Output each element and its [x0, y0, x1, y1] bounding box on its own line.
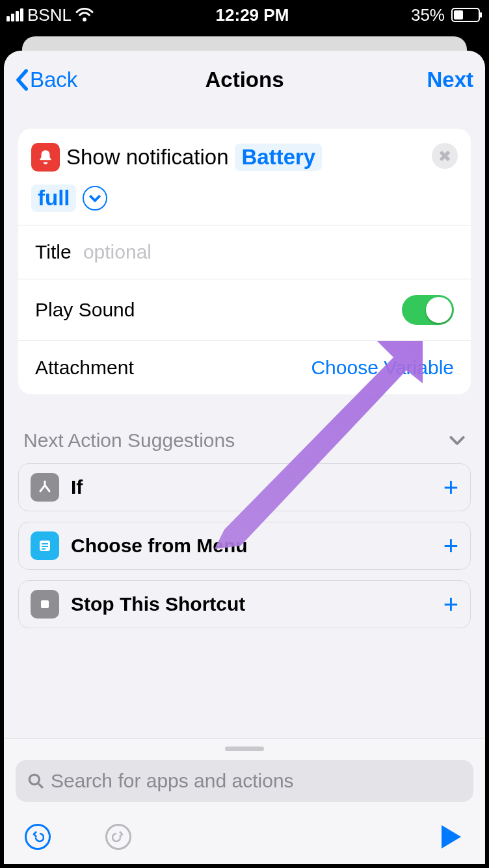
title-label: Title — [35, 241, 72, 262]
signal-bars-icon — [7, 8, 23, 21]
plus-icon[interactable]: + — [443, 533, 458, 559]
wifi-icon — [75, 8, 94, 22]
suggestion-label: Stop This Shortcut — [71, 593, 245, 615]
suggestions-title: Next Action Suggestions — [23, 429, 235, 452]
svg-line-7 — [38, 784, 43, 788]
clock: 12:29 PM — [216, 5, 289, 25]
action-text: Show notification — [66, 145, 228, 170]
action-card: Show notification Battery full Title opt… — [18, 129, 471, 394]
battery-pct: 35% — [411, 5, 445, 25]
suggestions-header[interactable]: Next Action Suggestions — [18, 394, 471, 463]
notification-app-icon — [31, 143, 60, 172]
play-sound-row: Play Sound — [18, 279, 471, 340]
attachment-row[interactable]: Attachment Choose Variable — [18, 340, 471, 394]
search-placeholder: Search for apps and actions — [51, 770, 294, 792]
search-icon — [27, 772, 44, 789]
suggestion-stop-shortcut[interactable]: Stop This Shortcut + — [18, 580, 471, 628]
play-icon — [442, 825, 461, 849]
attachment-label: Attachment — [35, 357, 134, 379]
run-button[interactable] — [437, 823, 466, 851]
svg-rect-4 — [42, 548, 46, 550]
chevron-left-icon — [16, 69, 29, 91]
svg-rect-5 — [41, 600, 49, 608]
undo-icon — [31, 830, 44, 843]
expand-options-button[interactable] — [83, 186, 107, 211]
branch-icon — [31, 473, 59, 502]
plus-icon[interactable]: + — [443, 591, 458, 617]
suggestion-choose-menu[interactable]: Choose from Menu + — [18, 522, 471, 570]
svg-point-0 — [83, 18, 86, 21]
carrier-label: BSNL — [27, 5, 72, 25]
stop-icon — [31, 590, 59, 619]
battery-icon — [449, 8, 480, 22]
title-placeholder: optional — [83, 241, 152, 262]
menu-icon — [31, 531, 59, 560]
suggestion-label: Choose from Menu — [71, 535, 248, 557]
suggestion-if[interactable]: If + — [18, 463, 471, 511]
search-input[interactable]: Search for apps and actions — [16, 760, 473, 802]
chevron-down-icon — [89, 192, 101, 204]
back-label: Back — [30, 68, 77, 92]
title-row[interactable]: Title optional — [18, 225, 471, 279]
drag-handle[interactable] — [225, 747, 264, 751]
plus-icon[interactable]: + — [443, 474, 458, 500]
action-param-2[interactable]: full — [31, 185, 76, 212]
redo-button — [104, 823, 133, 851]
suggestion-label: If — [71, 476, 83, 498]
chevron-down-icon — [449, 435, 466, 446]
attachment-value[interactable]: Choose Variable — [311, 357, 454, 379]
status-bar: BSNL 12:29 PM 35% — [0, 0, 489, 30]
svg-rect-2 — [42, 543, 48, 544]
svg-rect-3 — [42, 546, 48, 547]
play-sound-toggle[interactable] — [402, 295, 454, 325]
close-icon — [439, 150, 451, 162]
back-button[interactable]: Back — [16, 68, 77, 92]
svg-point-6 — [29, 774, 39, 784]
remove-action-button[interactable] — [432, 143, 458, 169]
undo-button[interactable] — [23, 823, 52, 851]
action-param-1[interactable]: Battery — [235, 144, 322, 171]
play-sound-label: Play Sound — [35, 299, 135, 321]
redo-icon — [112, 830, 125, 843]
next-button[interactable]: Next — [427, 68, 473, 92]
